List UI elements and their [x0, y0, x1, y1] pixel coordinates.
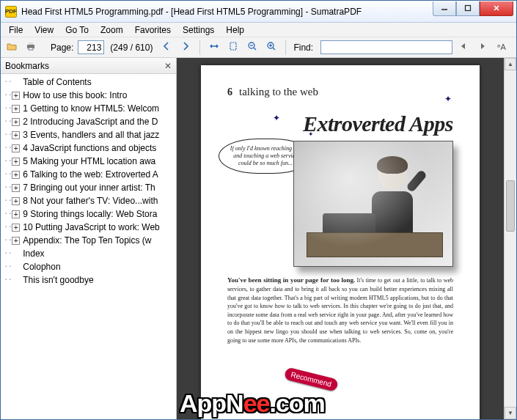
bookmark-label: How to use this book: Intro [22, 89, 127, 102]
expand-icon[interactable]: + [12, 131, 20, 139]
menu-goto[interactable]: Go To [60, 24, 94, 36]
tree-connector: ·· [4, 155, 12, 168]
star-icon: ✦ [308, 130, 314, 138]
printer-icon [26, 41, 36, 54]
tree-connector: ·· [4, 234, 12, 247]
bookmark-item[interactable]: ··+2 Introducing JavaScript and the D [4, 115, 176, 128]
find-input[interactable] [320, 40, 452, 54]
expand-icon[interactable]: + [12, 184, 20, 192]
scroll-up-button[interactable]: ▲ [505, 58, 516, 70]
bookmark-item[interactable]: ··+8 Not your father's TV: Video...with [4, 194, 176, 207]
toolbar-separator [285, 40, 286, 55]
bookmark-label: Index [22, 247, 44, 260]
sidebar-title: Bookmarks [5, 61, 49, 71]
bookmark-item[interactable]: ··+3 Events, handlers and all that jazz [4, 128, 176, 141]
bookmark-item[interactable]: ··+1 Getting to know HTML5: Welcom [4, 102, 176, 115]
bookmark-label: 2 Introducing JavaScript and the D [22, 115, 158, 128]
typewriter-illustration [323, 213, 375, 237]
match-case-button[interactable]: ᵃA [494, 40, 510, 56]
expand-icon[interactable]: + [12, 197, 20, 205]
sidebar-close-button[interactable]: ✕ [164, 61, 172, 71]
bookmark-label: 7 Bringing out your inner artist: Th [22, 181, 155, 194]
bookmark-label: 4 JavaScript functions and objects [22, 141, 156, 155]
zoom-out-icon [247, 41, 257, 54]
menu-favorites[interactable]: Favorites [130, 24, 176, 36]
title-bar[interactable]: PDF Head First HTML5 Programming.pdf - [… [1, 1, 516, 23]
body: Bookmarks ✕ ··Table of Contents··+How to… [1, 58, 516, 419]
bookmark-item[interactable]: ··+7 Bringing out your inner artist: Th [4, 181, 176, 194]
expand-icon[interactable]: + [12, 171, 20, 179]
bookmark-label: 6 Talking to the web: Extroverted A [22, 168, 158, 181]
prev-page-button[interactable] [158, 40, 175, 56]
scroll-down-button[interactable]: ▼ [505, 407, 516, 419]
maximize-button[interactable] [456, 1, 480, 16]
menu-file[interactable]: File [4, 24, 28, 36]
star-icon: ✦ [273, 113, 280, 124]
menu-zoom[interactable]: Zoom [95, 24, 128, 36]
close-button[interactable] [480, 1, 513, 16]
bookmark-item[interactable]: ··+Appendix: The Top Ten Topics (w [4, 234, 176, 247]
svg-rect-5 [29, 43, 33, 45]
zoom-out-button[interactable] [244, 40, 260, 56]
tree-connector: ·· [4, 194, 12, 207]
bookmark-item[interactable]: ··This isn't goodbye [4, 273, 176, 287]
fit-width-button[interactable] [206, 40, 222, 56]
scroll-thumb[interactable] [506, 180, 515, 232]
print-button[interactable] [23, 40, 39, 56]
svg-line-10 [254, 48, 256, 50]
menu-help[interactable]: Help [221, 24, 249, 36]
chapter-text: talking to the web [239, 86, 318, 97]
bookmark-item[interactable]: ··+How to use this book: Intro [4, 89, 176, 102]
app-window: PDF Head First HTML5 Programming.pdf - [… [0, 0, 517, 420]
bookmark-item[interactable]: ··+6 Talking to the web: Extroverted A [4, 168, 176, 181]
menu-view[interactable]: View [29, 24, 59, 36]
expand-icon[interactable]: + [12, 144, 20, 152]
expand-icon[interactable]: + [12, 210, 20, 218]
bookmark-label: This isn't goodbye [22, 273, 93, 287]
tree-connector: ·· [4, 260, 12, 273]
page-viewport[interactable]: 6 talking to the web ✦ ✦ ✦ Extroverted A… [177, 58, 504, 419]
next-page-button[interactable] [177, 40, 194, 56]
svg-rect-6 [29, 48, 33, 50]
bookmark-item[interactable]: ··Table of Contents [4, 75, 176, 89]
desk-illustration [307, 232, 443, 257]
tree-connector: ·· [4, 247, 12, 260]
expand-icon[interactable]: + [12, 237, 20, 245]
window-controls [433, 1, 513, 16]
bookmark-label: 10 Putting JavaScript to work: Web [22, 221, 160, 234]
bookmark-label: Appendix: The Top Ten Topics (w [22, 234, 151, 247]
fit-page-button[interactable] [225, 40, 241, 56]
folder-icon [7, 41, 17, 54]
bookmark-item[interactable]: ··Colophon [4, 260, 176, 273]
bookmark-item[interactable]: ··Index [4, 247, 176, 260]
expand-icon[interactable]: + [12, 105, 20, 113]
person-illustration [367, 159, 418, 254]
window-title: Head First HTML5 Programming.pdf - [Head… [21, 7, 433, 17]
expand-icon[interactable]: + [12, 118, 20, 126]
tree-connector: ·· [4, 221, 12, 234]
find-next-button[interactable] [474, 40, 491, 56]
content-area: 6 talking to the web ✦ ✦ ✦ Extroverted A… [177, 58, 516, 419]
tree-connector: ·· [4, 181, 12, 194]
bookmark-item[interactable]: ··+4 JavaScript functions and objects [4, 141, 176, 155]
bookmark-label: 5 Making your HTML location awa [22, 155, 155, 168]
bookmarks-tree[interactable]: ··Table of Contents··+How to use this bo… [1, 74, 176, 419]
open-button[interactable] [4, 40, 20, 56]
expand-icon[interactable]: + [12, 224, 20, 232]
expand-icon[interactable]: + [12, 92, 20, 100]
bookmark-item[interactable]: ··+10 Putting JavaScript to work: Web [4, 221, 176, 234]
menu-settings[interactable]: Settings [177, 24, 219, 36]
vertical-scrollbar[interactable]: ▲ ▼ [504, 58, 516, 419]
scroll-track[interactable] [505, 70, 516, 407]
expand-icon[interactable]: + [12, 158, 20, 166]
match-case-icon: ᵃA [497, 43, 505, 52]
bookmark-item[interactable]: ··+9 Storing things locally: Web Stora [4, 207, 176, 221]
minimize-button[interactable] [433, 1, 456, 16]
pdf-page: 6 talking to the web ✦ ✦ ✦ Extroverted A… [201, 65, 480, 419]
bookmark-item[interactable]: ··+5 Making your HTML location awa [4, 155, 176, 168]
zoom-in-button[interactable] [263, 40, 279, 56]
find-prev-button[interactable] [455, 40, 472, 56]
bookmark-label: 8 Not your father's TV: Video...with [22, 194, 158, 207]
page-input[interactable] [78, 40, 104, 54]
decorative-stars: ✦ ✦ ✦ [227, 98, 453, 106]
